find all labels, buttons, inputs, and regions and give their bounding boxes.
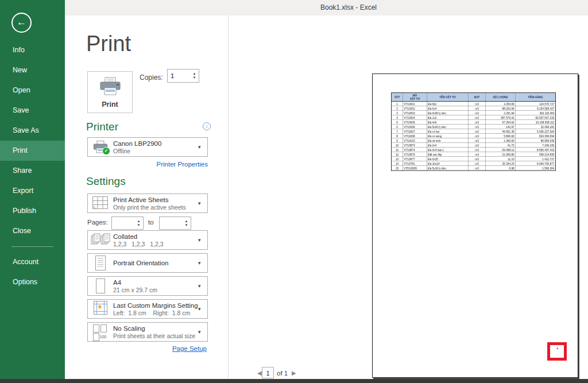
table-cell: m3 [469, 102, 486, 106]
table-cell: 1.412.727 [516, 157, 556, 161]
preview-table-header: MÃ VẬT TƯ [403, 93, 427, 102]
print-preview-page: STTMÃ VẬT TƯTÊN VẬT TƯĐVTSỐ LƯỢNGTIỀN HÀ… [372, 73, 578, 378]
backstage-sidebar: ← InfoNewOpenSaveSave AsPrintShareExport… [0, 0, 65, 379]
table-cell: VT10876 [403, 152, 427, 157]
sidebar-item-close[interactable]: Close [0, 221, 65, 241]
preview-table: STTMÃ VẬT TƯTÊN VẬT TƯĐVTSỐ LƯỢNGTIỀN HÀ… [391, 92, 556, 171]
table-cell: 6 [392, 125, 403, 129]
paper-size-dropdown[interactable]: A4 21 cm x 29.7 cm ▾ [87, 276, 208, 296]
pages-to-input[interactable] [160, 217, 182, 229]
table-cell: 7.206.182 [516, 143, 556, 148]
spin-down-icon[interactable]: ▼ [137, 223, 141, 227]
table-cell: 41,72 [486, 143, 516, 148]
table-cell: Đá 0x25 [427, 157, 469, 161]
orientation-title: Portrait Orientation [113, 259, 198, 267]
page-number-input[interactable] [262, 368, 273, 378]
table-cell: 60.907.547.230 [516, 115, 556, 120]
collation-subtitle: 1,2,3 1,2,3 1,2,3 [113, 241, 198, 248]
preview-table-head-row: STTMÃ VẬT TƯTÊN VẬT TƯĐVTSỐ LƯỢNGTIỀN HÀ… [392, 93, 556, 102]
print-preview-area: STTMÃ VẬT TƯTÊN VẬT TƯĐVTSỐ LƯỢNGTIỀN HÀ… [229, 16, 588, 379]
preview-table-header: ĐVT [469, 93, 486, 102]
table-cell: VT10877 [403, 157, 427, 161]
table-cell: VT10781 [403, 161, 427, 166]
table-cell: 12 [392, 152, 403, 157]
back-button[interactable]: ← [11, 13, 32, 33]
print-what-subtitle: Only print the active sheets [113, 204, 198, 211]
prev-page-icon[interactable]: ◀ [257, 367, 262, 379]
table-row: 15VTD10009Đá 5x16 ly tâmm36,981.566.364 [392, 166, 556, 171]
table-cell: VT10007 [403, 129, 427, 134]
table-row: 3VT10003Đá 0x05 ly tâmm32.291,94302.119.… [392, 111, 556, 115]
paper-size-subtitle: 21 cm x 29.7 cm [113, 287, 198, 294]
pages-to-label: to [148, 216, 154, 229]
info-icon[interactable]: i [203, 122, 211, 130]
sidebar-item-share[interactable]: Share [0, 161, 65, 181]
printer-dropdown[interactable]: ✓ Canon LBP2900 Offline ▾ [87, 137, 208, 157]
table-row: 11VT10874Đá 0x4 loại 1m369.498,128.556.4… [392, 148, 556, 152]
table-cell: 21.069,80 [486, 152, 516, 157]
spin-up-icon[interactable]: ▲ [193, 72, 196, 76]
orientation-dropdown[interactable]: Portrait Orientation ▾ [87, 253, 208, 273]
copies-label: Copies: [140, 71, 163, 84]
sidebar-item-print[interactable]: Print [0, 141, 65, 161]
scaling-dropdown[interactable]: 100 No Scaling Print sheets at their act… [87, 322, 208, 342]
sidebar-item-export[interactable]: Export [0, 181, 65, 201]
sidebar-item-save[interactable]: Save [0, 100, 65, 121]
sidebar-item-account[interactable]: Account [0, 252, 65, 272]
spin-down-icon[interactable]: ▼ [185, 223, 188, 227]
table-cell: VT10004 [403, 115, 427, 120]
chevron-down-icon: ▾ [198, 306, 207, 312]
print-button[interactable]: Print [87, 71, 133, 113]
scaling-icon: 100 [93, 324, 109, 340]
table-cell: 3 [392, 111, 403, 115]
chevron-down-icon: ▾ [198, 329, 207, 335]
page-title: Print [86, 32, 131, 56]
table-cell: 5.806,60 [486, 134, 516, 138]
table-cell: 14 [392, 161, 403, 166]
table-cell: 88.220,06 [486, 106, 516, 111]
sidebar-item-new[interactable]: New [0, 60, 65, 80]
page-number-box [262, 367, 274, 378]
table-cell: m3 [469, 106, 486, 111]
table-cell: m3 [469, 157, 486, 161]
page-setup-link[interactable]: Page Setup [87, 345, 207, 352]
print-what-dropdown[interactable]: Print Active Sheets Only print the activ… [87, 194, 208, 213]
copies-input[interactable] [168, 69, 190, 82]
sidebar-item-open[interactable]: Open [0, 80, 65, 100]
sidebar-divider [11, 246, 53, 247]
sidebar-item-publish[interactable]: Publish [0, 201, 65, 221]
table-cell: 5 [392, 120, 403, 125]
table-cell: 2 [392, 106, 403, 111]
table-cell: m3 [469, 166, 486, 171]
pages-label: Pages: [87, 216, 108, 229]
table-cell: Đá 0x05 ly tâm [427, 111, 469, 115]
copies-stepper: ▲ ▼ [167, 69, 199, 83]
margins-dropdown[interactable]: ★ Last Custom Margins Setting Left: 1.8 … [87, 299, 208, 319]
spin-up-icon[interactable]: ▲ [185, 219, 188, 223]
scaling-title: No Scaling [113, 324, 198, 332]
collation-dropdown[interactable]: Collated 1,2,3 1,2,3 1,2,3 ▾ [87, 230, 208, 250]
table-cell: Đá 10x24 [427, 161, 469, 166]
chevron-down-icon: ▾ [198, 283, 207, 289]
sidebar-item-options[interactable]: Options [0, 272, 65, 292]
pages-from-input[interactable] [112, 217, 134, 229]
next-page-icon[interactable]: ▶ [292, 367, 296, 379]
spin-up-icon[interactable]: ▲ [137, 219, 141, 223]
spin-down-icon[interactable]: ▼ [193, 76, 196, 80]
table-row: 1VT10001Đá hộcm31.054,06124.570.727 [392, 102, 556, 106]
scaling-subtitle: Print sheets at their actual size [113, 332, 198, 340]
table-cell: VT10015 [403, 138, 427, 143]
table-cell: 67.254,62 [486, 120, 516, 125]
table-row: 13VT10877Đá 0x25m311,101.412.727 [392, 157, 556, 161]
excel-backstage-print: Book1.xlsx - Excel ← InfoNewOpenSaveSave… [0, 0, 588, 383]
table-cell: 8 [392, 134, 403, 138]
table-cell: Đá 4x6 [427, 120, 469, 125]
table-cell: 387.579,41 [486, 115, 516, 120]
table-cell: 6,98 [486, 166, 516, 171]
collation-icon [91, 233, 110, 247]
table-cell: m3 [469, 115, 486, 120]
table-cell: Đất san lấp [427, 152, 469, 157]
sidebar-item-save-as[interactable]: Save As [0, 121, 65, 141]
printer-properties-link[interactable]: Printer Properties [87, 161, 208, 168]
sidebar-item-info[interactable]: Info [0, 40, 65, 60]
